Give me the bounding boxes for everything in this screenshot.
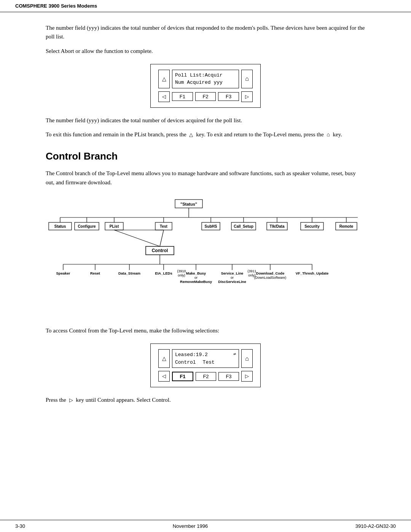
status-node-label: "Status" (180, 202, 197, 206)
paragraph-7: Press the ▷ key until Control appears. S… (46, 396, 365, 404)
lcd-line1: Poll List:Acquir (175, 72, 236, 79)
svg-text:(3910: (3910 (177, 269, 186, 273)
svg-text:Test: Test (160, 224, 167, 228)
page-header: COMSPHERE 3900 Series Modems (0, 0, 411, 12)
lcd-line2: Num Acquired yyy (175, 79, 236, 86)
lcd2-fwd-arrow-icon: ▷ (241, 371, 253, 382)
svg-text:or: or (231, 276, 234, 280)
svg-text:Status: Status (54, 224, 66, 228)
svg-text:PList: PList (110, 224, 119, 228)
lcd2-f2-key: F2 (196, 372, 216, 381)
svg-text:Service_Line: Service_Line (221, 271, 244, 275)
svg-text:or: or (194, 276, 198, 280)
svg-text:(3911: (3911 (247, 269, 256, 273)
lcd-outer-box: △ Poll List:Acquir Num Acquired yyy ⌂ ◁ … (150, 64, 261, 108)
svg-text:Tlk/Data: Tlk/Data (270, 224, 285, 228)
svg-text:Make_Busy: Make_Busy (186, 271, 206, 275)
header-title: COMSPHERE 3900 Series Modems (15, 3, 97, 9)
lcd2-house-icon: ⌂ (241, 349, 253, 368)
paragraph-3: The number field (yyy) indicates the tot… (46, 116, 365, 125)
svg-line-32 (160, 230, 164, 246)
back-arrow-icon: ◁ (158, 91, 170, 102)
lcd-display-2: △ Leased:19.2 ⇌ Control Test ⌂ ◁ F1 F (46, 343, 365, 387)
svg-text:Download_Code: Download_Code (256, 271, 284, 275)
lcd2-top-row: △ Leased:19.2 ⇌ Control Test ⌂ (158, 349, 253, 368)
triangle-up-inline-icon: △ (189, 131, 193, 139)
paragraph-6: To access Control from the Top-Level men… (46, 326, 365, 335)
lcd-top-row: △ Poll List:Acquir Num Acquired yyy ⌂ (158, 70, 253, 88)
footer-date: November 1996 (173, 523, 208, 529)
f1-key: F1 (172, 92, 193, 101)
svg-text:Remote: Remote (339, 224, 354, 228)
svg-text:Configure: Configure (78, 224, 96, 228)
house-icon: ⌂ (241, 70, 253, 88)
svg-text:(DownLoadSoftware): (DownLoadSoftware) (254, 276, 287, 280)
svg-text:VF_Thresh_Update: VF_Thresh_Update (296, 271, 329, 275)
svg-text:only): only) (178, 273, 185, 277)
svg-text:Call_Setup: Call_Setup (234, 224, 253, 228)
lcd2-f1-key: F1 (172, 372, 193, 381)
paragraph-2: Select Abort or allow the function to co… (46, 47, 365, 56)
fwd-arrow-icon: ▷ (241, 91, 253, 102)
paragraph-4: To exit this function and remain in the … (46, 130, 365, 139)
svg-text:SubHS: SubHS (205, 224, 217, 228)
lcd2-text-block: Leased:19.2 ⇌ Control Test (172, 349, 239, 368)
svg-text:Data_Stream: Data_Stream (118, 271, 140, 275)
lcd2-line1-row: Leased:19.2 ⇌ (175, 351, 236, 359)
svg-text:Control: Control (152, 248, 168, 253)
lcd2-f3-key: F3 (218, 372, 239, 381)
house-inline-icon: ⌂ (327, 131, 330, 139)
control-branch-diagram: "Status" Status Configure PList Test (46, 198, 365, 316)
lcd-text-block: Poll List:Acquir Num Acquired yyy (172, 70, 239, 88)
lcd-bottom-row: ◁ F1 F2 F3 ▷ (158, 91, 253, 102)
svg-text:RemoveMakeBusy: RemoveMakeBusy (180, 280, 212, 284)
lcd-display-1: △ Poll List:Acquir Num Acquired yyy ⌂ ◁ … (46, 64, 365, 108)
svg-line-31 (114, 230, 160, 246)
lcd2-bottom-row: ◁ F1 F2 F3 ▷ (158, 371, 253, 382)
footer-doc-num: 3910-A2-GN32-30 (355, 523, 396, 529)
page-footer: 3-30 November 1996 3910-A2-GN32-30 (0, 520, 411, 532)
lcd2-line2-row: Control Test (175, 359, 236, 366)
up-arrow-icon: △ (158, 70, 170, 88)
fwd-arrow-inline-icon: ▷ (69, 396, 73, 404)
svg-text:Speaker: Speaker (56, 271, 70, 275)
svg-text:DiscServiceLine: DiscServiceLine (218, 280, 246, 284)
paragraph-1: The number field (yyy) indicates the tot… (46, 24, 365, 42)
lcd2-line2a: Control (175, 359, 196, 366)
lcd2-back-arrow-icon: ◁ (158, 371, 170, 382)
lcd2-up-arrow-icon: △ (158, 349, 170, 368)
svg-text:Security: Security (304, 224, 320, 228)
svg-text:Reset: Reset (90, 271, 100, 275)
lcd2-line1b: ⇌ (233, 351, 236, 359)
lcd2-line2b: Test (203, 359, 215, 366)
lcd2-line1: Leased:19.2 (175, 351, 208, 359)
paragraph-5: The Control branch of the Top-Level menu… (46, 169, 365, 187)
section-heading-control-branch: Control Branch (46, 150, 365, 162)
footer-page-num: 3-30 (15, 523, 25, 529)
f2-key: F2 (195, 92, 216, 101)
diagram-svg: "Status" Status Configure PList Test (46, 198, 365, 316)
page-content: The number field (yyy) indicates the tot… (0, 12, 411, 433)
svg-text:EIA_LEDs: EIA_LEDs (155, 271, 172, 275)
lcd2-outer-box: △ Leased:19.2 ⇌ Control Test ⌂ ◁ F1 F (150, 343, 261, 387)
f3-key: F3 (218, 92, 239, 101)
